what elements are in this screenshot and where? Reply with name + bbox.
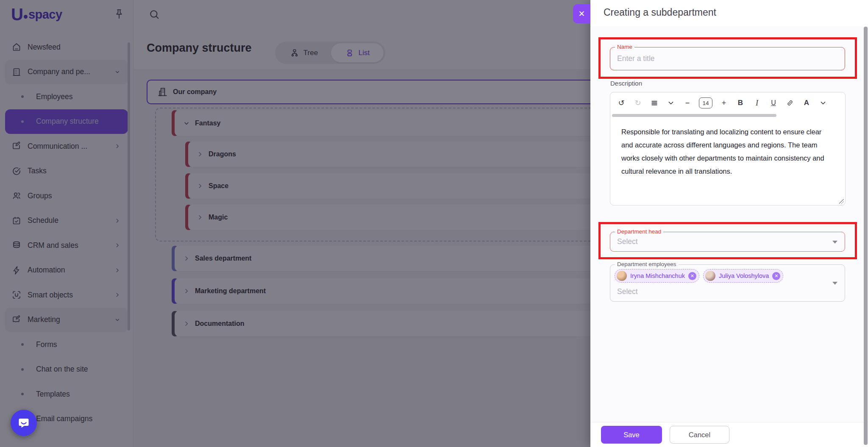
department-head-placeholder: Select: [617, 237, 638, 246]
avatar: [617, 271, 627, 281]
italic-button[interactable]: I: [752, 97, 762, 108]
dropdown-arrow-icon[interactable]: [832, 282, 837, 285]
department-employees-select[interactable]: Department employees Iryna Mishchanchuk✕…: [610, 264, 845, 302]
employee-chip-name: Juliya Voloshylova: [719, 272, 769, 279]
text-color-button[interactable]: A: [801, 97, 812, 108]
selected-employees: Iryna Mishchanchuk✕Juliya Voloshylova✕: [615, 269, 783, 283]
panel-scrollbar[interactable]: [864, 27, 868, 445]
bold-button[interactable]: B: [735, 97, 746, 108]
modal-overlay[interactable]: [0, 0, 590, 447]
department-head-select[interactable]: Department head Select: [610, 232, 845, 252]
align-justify-icon[interactable]: [649, 97, 659, 108]
dropdown-arrow-icon[interactable]: [832, 241, 837, 244]
description-label: Description: [610, 80, 642, 87]
save-button[interactable]: Save: [601, 426, 662, 444]
employee-chip[interactable]: Juliya Voloshylova✕: [703, 269, 784, 283]
close-panel-button[interactable]: ✕: [573, 4, 590, 23]
chevron-down-icon[interactable]: [818, 97, 828, 108]
undo-icon[interactable]: ↺: [616, 97, 626, 108]
avatar: [705, 271, 715, 281]
description-editor: ↺↻−14+BIUA Responsible for translating a…: [610, 92, 846, 205]
link-icon[interactable]: [785, 97, 795, 108]
create-subdepartment-panel: ✕ Creating a subdepartment Name Descript…: [590, 0, 868, 447]
chat-bubble-icon: [17, 416, 31, 430]
rich-text-toolbar: ↺↻−14+BIUA: [610, 92, 845, 114]
name-field[interactable]: Name: [610, 47, 845, 70]
underline-button[interactable]: U: [768, 97, 779, 108]
name-input[interactable]: [617, 47, 829, 70]
resize-handle-icon[interactable]: [839, 199, 844, 204]
toolbar-scrollbar[interactable]: [612, 114, 776, 117]
employee-chip-name: Iryna Mishchanchuk: [630, 272, 685, 279]
chat-widget-button[interactable]: [11, 410, 37, 436]
cancel-button[interactable]: Cancel: [670, 426, 729, 444]
chevron-down-icon[interactable]: [666, 97, 676, 108]
font-size-value[interactable]: 14: [699, 97, 712, 108]
remove-employee-icon[interactable]: ✕: [772, 272, 780, 280]
panel-footer: Save Cancel: [590, 422, 868, 447]
employee-chip[interactable]: Iryna Mishchanchuk✕: [615, 269, 699, 283]
redo-icon[interactable]: ↻: [633, 97, 643, 108]
department-employees-label: Department employees: [615, 261, 679, 267]
panel-header: Creating a subdepartment: [590, 0, 868, 26]
font-decrease-button[interactable]: −: [682, 97, 693, 108]
panel-title: Creating a subdepartment: [604, 7, 716, 18]
description-textarea[interactable]: Responsible for translating and localizi…: [610, 119, 845, 205]
font-increase-button[interactable]: +: [719, 97, 729, 108]
department-head-label: Department head: [615, 228, 663, 235]
department-employees-placeholder: Select: [617, 287, 638, 296]
remove-employee-icon[interactable]: ✕: [688, 272, 696, 280]
close-icon: ✕: [579, 9, 585, 19]
